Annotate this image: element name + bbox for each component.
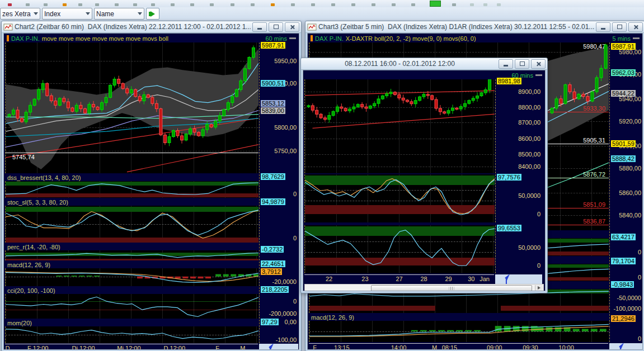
toolbar-icon-fragment[interactable]	[63, 3, 67, 6]
toolbar-icon-fragment[interactable]	[8, 3, 12, 6]
indicator-label: macd(12, 26, 9)	[309, 314, 609, 321]
toolbar-icon-fragment[interactable]	[251, 3, 255, 6]
restore-button[interactable]	[612, 22, 627, 32]
toolbar-icon-fragment[interactable]	[190, 3, 194, 6]
toolbar-icon-fragment[interactable]	[470, 3, 474, 6]
zoom-chart-titlebar[interactable]: 08.12.2011 16:00 - 02.01.2012 12:00	[301, 58, 547, 70]
toolbar-icon-fragment[interactable]	[311, 3, 315, 6]
legend-color-block	[311, 35, 313, 41]
time-label: M	[432, 344, 437, 350]
zoom-chart-content: 60 mins8900,008800,008700,008600,008500,…	[303, 70, 546, 291]
legend-color-block	[7, 35, 9, 41]
toolbar-icon-fragment[interactable]	[351, 3, 355, 6]
time-label: 27	[396, 276, 402, 282]
indicator-axis: 218,22050-200,0000	[259, 287, 299, 319]
zoom-chart-window[interactable]: 08.12.2011 16:00 - 02.01.2012 12:00 60 m…	[300, 58, 548, 293]
flag-icon	[269, 343, 275, 350]
price-plot[interactable]	[304, 79, 495, 173]
plot-canvas	[305, 225, 495, 273]
toolbar-icon-fragment[interactable]	[171, 3, 175, 6]
scrollbar-right-arrow[interactable]	[535, 285, 543, 291]
indicator-axis: -0,2732	[259, 244, 299, 260]
indicator-plot[interactable]	[304, 174, 495, 222]
minimize-button[interactable]	[252, 22, 267, 32]
plot-canvas	[6, 181, 258, 198]
toolbar-icon-fragment[interactable]	[44, 3, 48, 6]
minimize-icon	[601, 28, 605, 30]
plot-canvas	[6, 268, 258, 286]
chart2-window[interactable]: Chart2 (Zeitbar 60 min) DAX (Indizes Xet…	[1, 21, 302, 351]
toolbar-icon-fragment[interactable]	[210, 3, 214, 6]
price-badge: 5853,12	[261, 100, 285, 107]
toolbar-icon-fragment[interactable]	[331, 3, 335, 6]
plot-canvas	[6, 206, 258, 243]
indicator-axis: 98,76290	[259, 174, 299, 198]
close-button[interactable]	[285, 22, 299, 32]
dropdown-arrow-icon	[86, 12, 90, 15]
indicator-axis-label: 0	[293, 298, 297, 305]
minimize-button[interactable]	[499, 59, 513, 69]
toolbar-icon-fragment[interactable]	[291, 3, 295, 6]
restore-button[interactable]	[515, 59, 529, 69]
indicator-axis: 21,29460	[609, 314, 643, 342]
toolbar-icon-fragment[interactable]	[497, 3, 501, 6]
indicator-plot[interactable]	[304, 225, 495, 273]
indicator-plot[interactable]	[5, 181, 258, 198]
indicator-axis: 97,757650,00000	[495, 174, 543, 222]
chart2-title: Chart2 (Zeitbar 60 min) DAX (Indizes Xet…	[15, 23, 251, 31]
price-badge: 8981,98	[497, 78, 521, 84]
plot-canvas	[305, 79, 495, 173]
axis-tick: 8900,00	[518, 88, 540, 95]
time-label: F	[313, 344, 317, 350]
indicator-value-badge: 99,6553	[497, 225, 521, 231]
toolbar-icon-fragment[interactable]	[78, 3, 82, 6]
indicator-value-badge: 79,1704	[611, 258, 636, 264]
toolbar-icon-fragment[interactable]	[151, 3, 155, 6]
toolbar-icon-fragment[interactable]	[115, 3, 119, 6]
close-button[interactable]	[628, 22, 643, 32]
indicator-plot[interactable]	[309, 321, 609, 342]
toolbar-icon-fragment[interactable]	[95, 3, 99, 6]
go-button[interactable]	[146, 8, 159, 20]
indicator-value-badge: 22,4651	[261, 260, 285, 267]
price-badge: 5987,91	[611, 43, 636, 50]
name-combo[interactable]: Name	[94, 8, 144, 20]
exchange-combo[interactable]: zes Xetra	[0, 8, 40, 20]
close-button[interactable]	[531, 59, 546, 69]
indicator-axis-label: 0	[293, 235, 297, 241]
indicator-plot[interactable]	[5, 326, 258, 343]
indicator-plot[interactable]	[5, 206, 258, 243]
close-icon	[536, 61, 541, 67]
horizontal-scrollbar[interactable]	[304, 284, 544, 291]
time-label: Mi 12:00	[117, 345, 140, 350]
indicator-plot[interactable]	[5, 294, 258, 319]
toolbar-icon-fragment[interactable]	[271, 3, 275, 6]
indicator-axis-label: 0	[638, 249, 641, 255]
toolbar-icon-fragment[interactable]	[231, 3, 234, 6]
price-badge: 5900,51	[261, 80, 285, 87]
scrollbar-thumb[interactable]	[371, 285, 532, 291]
indicator-label-row: mom(20)	[5, 320, 259, 326]
toolbar-icon-fragment[interactable]	[26, 3, 30, 6]
toolbar-icon-fragment[interactable]	[133, 3, 137, 6]
toolbar-icon-fragment[interactable]	[411, 3, 415, 6]
minimize-button[interactable]	[596, 22, 610, 32]
toolbar-icon-fragment[interactable]	[392, 3, 396, 6]
chart3-titlebar[interactable]: Chart3 (Zeitbar 5 min) DAX (Indizes Xetr…	[305, 21, 644, 33]
toolbar-green-button[interactable]	[430, 1, 441, 7]
indicator-plot[interactable]	[5, 268, 258, 286]
indicator-axis-label: -100,0000	[613, 305, 641, 312]
toolbar-icon-fragment[interactable]	[452, 3, 456, 6]
indicator-label-row: macd(12, 26, 9)	[309, 314, 609, 321]
toolbar-icon-fragment[interactable]	[372, 3, 375, 6]
indicator-plot[interactable]	[5, 250, 258, 260]
category-combo[interactable]: Index	[42, 8, 92, 20]
minimize-icon	[257, 28, 262, 30]
chart2-titlebar[interactable]: Chart2 (Zeitbar 60 min) DAX (Indizes Xet…	[2, 21, 301, 33]
minimize-icon	[504, 65, 508, 67]
price-axis: 8900,008800,008700,008600,008500,008400,…	[495, 79, 543, 173]
price-plot[interactable]: 5745,74	[5, 42, 258, 173]
restore-button[interactable]	[269, 22, 283, 32]
toolbar-icon-fragment[interactable]	[483, 3, 487, 6]
time-label: 09:30	[523, 344, 538, 350]
